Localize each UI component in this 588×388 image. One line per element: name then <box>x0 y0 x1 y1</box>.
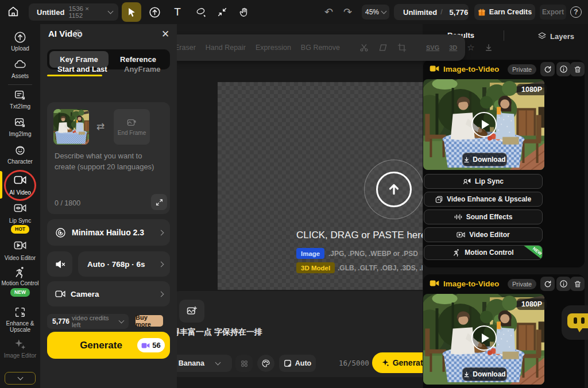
buy-more-button[interactable]: Buy more <box>136 315 163 327</box>
sidebar-item-lip-sync[interactable]: Lip Sync HOT <box>0 203 40 234</box>
close-panel-icon[interactable]: ✕ <box>161 28 169 40</box>
cursor-icon <box>127 7 137 17</box>
result-card-title: Image-to-Video <box>443 280 499 288</box>
download-tool-icon[interactable] <box>485 44 493 52</box>
prompt-placeholder[interactable]: Describe what you want to create (suppor… <box>55 150 165 172</box>
brush-tool-button[interactable] <box>191 2 210 22</box>
new-ribbon: NEW <box>523 245 543 260</box>
sidebar-item-character[interactable]: Character <box>0 144 40 165</box>
redo-button[interactable]: ↷ <box>343 6 352 18</box>
info-button[interactable] <box>556 62 571 76</box>
delete-button[interactable] <box>570 277 585 291</box>
result-card-title: Image-to-Video <box>443 65 499 73</box>
action-video-editor[interactable]: Video Editor <box>424 227 543 242</box>
aspect-ratio-select[interactable]: Auto <box>279 355 316 372</box>
gift-icon <box>478 8 486 16</box>
action-sound-effects[interactable]: Sound Effects <box>424 209 543 224</box>
feedback-button[interactable] <box>562 305 588 340</box>
action-lip-sync[interactable]: Lip Sync <box>424 174 543 189</box>
favorite-star-icon[interactable]: ☆ <box>467 42 474 53</box>
upload-tool-button[interactable] <box>145 2 164 22</box>
help-icon[interactable]: ? <box>74 30 82 38</box>
batch-grid-button[interactable] <box>235 355 253 372</box>
model-select-row[interactable]: Minimax Hailuo 2.3 <box>47 219 170 246</box>
delete-button[interactable] <box>570 62 585 76</box>
prompt-input-text[interactable]: 得丰富一点 字保持在一排 <box>172 327 262 337</box>
slash-divider: / <box>440 8 442 16</box>
action-motion-control[interactable]: Motion Control NEW <box>424 245 543 260</box>
skew-icon[interactable] <box>378 43 388 52</box>
plan-label: Unlimited <box>403 8 437 17</box>
start-frame-thumbnail[interactable] <box>53 109 89 145</box>
video-credits-dropdown[interactable]: 5,776 video credits left <box>47 314 129 329</box>
sidebar-item-img2img[interactable]: Img2Img <box>0 117 40 137</box>
document-title-dropdown[interactable]: Untitled 1536 × 1152 <box>29 3 118 21</box>
video-settings-row[interactable]: Auto · 768p · 6s <box>78 251 170 277</box>
end-frame-label: End Frame <box>118 130 146 136</box>
earn-credits-button[interactable]: Earn Credits <box>474 4 535 20</box>
undo-button[interactable]: ↶ <box>324 6 333 18</box>
regenerate-button[interactable] <box>540 277 555 291</box>
download-icon <box>463 371 470 378</box>
account-credits-pill[interactable]: D Unlimited / 5,776 <box>394 4 469 20</box>
tool-eraser[interactable]: Eraser <box>175 44 196 52</box>
tool-expression[interactable]: Expression <box>256 44 291 52</box>
select-tool-button[interactable] <box>122 2 141 22</box>
camera-control-row[interactable]: Camera <box>47 281 170 306</box>
add-frame-icon <box>127 118 137 127</box>
action-video-enhance[interactable]: Video Enhance & Upscale <box>424 192 543 207</box>
upload-arrow-icon[interactable] <box>376 172 412 207</box>
zoom-level-dropdown[interactable]: 45% <box>362 5 389 20</box>
subtab-start-and-last[interactable]: Start and Last <box>57 65 107 73</box>
download-button[interactable]: Download <box>462 153 507 166</box>
cut-icon[interactable] <box>359 43 369 52</box>
active-item-indicator <box>0 171 2 199</box>
download-label: Download <box>473 370 505 378</box>
sidebar-item-motion-control[interactable]: Motion Control NEW <box>0 266 40 297</box>
brush-icon <box>195 7 206 18</box>
regenerate-button[interactable] <box>540 62 555 76</box>
subtab-anyframe[interactable]: AnyFrame <box>124 65 161 73</box>
style-palette-button[interactable] <box>257 355 274 372</box>
new-badge: NEW <box>10 288 30 297</box>
camera-label: Camera <box>71 290 154 298</box>
action-label: Lip Sync <box>475 177 504 185</box>
collapse-tool-button[interactable] <box>212 2 232 22</box>
hand-icon <box>239 7 250 18</box>
sidebar-item-assets[interactable]: Assets <box>0 59 40 79</box>
sidebar-item-ai-video[interactable]: AI Video <box>0 175 40 196</box>
tool-hand-repair[interactable]: Hand Repair <box>206 44 246 52</box>
sidebar-item-txt2img[interactable]: Txt2Img <box>0 89 40 110</box>
export-button[interactable]: Export <box>540 5 566 20</box>
crop-icon[interactable] <box>397 43 407 52</box>
play-button[interactable] <box>471 325 497 351</box>
sidebar-item-enhance-upscale[interactable]: Enhance & Upscale <box>0 306 40 333</box>
hand-tool-button[interactable] <box>234 2 254 22</box>
download-button[interactable]: Download <box>462 367 507 381</box>
generate-video-button[interactable]: Generate 56 <box>47 332 170 359</box>
help-button[interactable]: ? <box>570 6 582 18</box>
tab-layers[interactable]: Layers <box>550 32 574 41</box>
home-button[interactable] <box>7 5 21 19</box>
sidebar-item-image-editor[interactable]: Image Editor <box>0 338 40 359</box>
add-image-button[interactable] <box>179 300 204 323</box>
swap-frames-icon[interactable]: ⇄ <box>96 121 105 133</box>
tool-bg-remove[interactable]: BG Remove <box>301 44 340 52</box>
3d-model-format-badge: 3D Model <box>296 262 335 273</box>
generate-cost-value: 56 <box>152 341 160 350</box>
svg-export-button[interactable]: SVG <box>426 44 439 51</box>
sidebar-item-upload[interactable]: Upload <box>0 31 40 52</box>
play-button[interactable] <box>471 112 497 137</box>
sidebar-collapse-button[interactable] <box>5 372 36 385</box>
enhance-icon <box>435 196 443 203</box>
expand-prompt-button[interactable] <box>151 194 167 210</box>
3d-button[interactable]: 3D <box>449 44 457 51</box>
mute-audio-button[interactable] <box>47 251 72 277</box>
end-frame-upload[interactable]: End Frame <box>114 109 150 145</box>
text-tool-button[interactable]: T <box>168 2 187 22</box>
info-button[interactable] <box>556 277 571 291</box>
earn-credits-label: Earn Credits <box>489 8 532 16</box>
chevron-down-icon <box>119 318 125 324</box>
sidebar-item-video-editor[interactable]: Video Editor <box>0 240 40 261</box>
video-editor-icon <box>457 231 465 238</box>
